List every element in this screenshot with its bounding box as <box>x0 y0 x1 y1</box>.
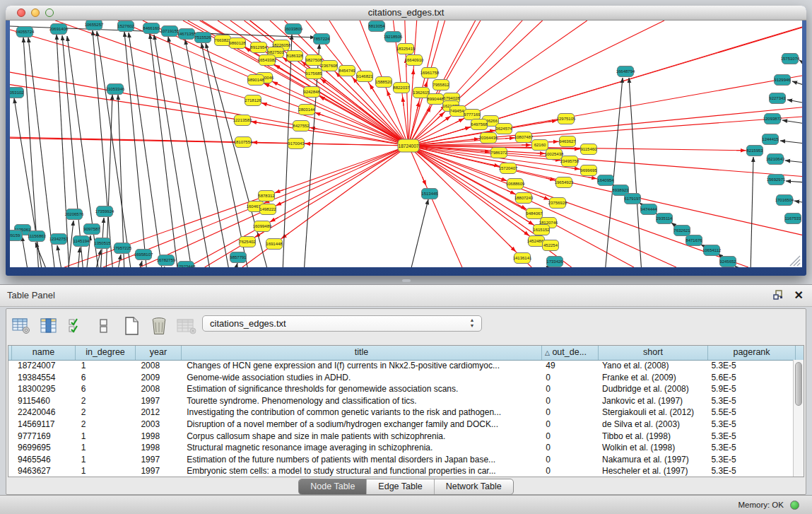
tab-edge-table[interactable]: Edge Table <box>367 479 434 494</box>
import-table-icon[interactable] <box>176 315 197 337</box>
svg-text:18807243: 18807243 <box>514 196 534 200</box>
column-header-pagerank[interactable]: pagerank <box>708 346 796 360</box>
table-header-row[interactable]: namein_degreeyeartitle△ out_de...shortpa… <box>8 346 804 361</box>
cell-title: Structural magnetic resonance image aver… <box>181 442 540 454</box>
svg-text:9484067: 9484067 <box>526 211 543 216</box>
svg-text:12213583: 12213583 <box>233 118 252 122</box>
minimize-window-icon[interactable] <box>31 8 40 17</box>
svg-text:7632621: 7632621 <box>673 228 690 233</box>
svg-text:8466160: 8466160 <box>143 26 160 30</box>
close-panel-icon[interactable]: ✕ <box>794 288 804 303</box>
cell-out_degree: 0 <box>540 419 596 431</box>
svg-text:9227343: 9227343 <box>769 96 786 100</box>
svg-text:7857224: 7857224 <box>313 37 330 41</box>
column-header-short[interactable]: short <box>599 346 708 360</box>
citation-edge <box>235 263 237 267</box>
svg-text:8912954: 8912954 <box>250 45 267 49</box>
svg-text:17957225: 17957225 <box>113 246 132 250</box>
svg-text:62160: 62160 <box>534 143 546 147</box>
svg-text:1527602: 1527602 <box>117 24 134 28</box>
delete-table-icon[interactable] <box>148 315 170 337</box>
svg-text:6794028: 6794028 <box>443 96 460 100</box>
cell-title: Disruption of a novel member of a sodium… <box>181 419 540 431</box>
svg-text:9146821: 9146821 <box>356 74 373 78</box>
cell-out_degree: 0 <box>540 465 596 477</box>
table-options-icon[interactable] <box>11 315 32 337</box>
svg-text:10655257: 10655257 <box>85 23 104 27</box>
svg-text:16648794: 16648794 <box>616 69 635 74</box>
window-titlebar[interactable]: citations_edges.txt <box>6 6 806 21</box>
cell-pagerank: 5.3E-5 <box>705 454 793 466</box>
citation-edge <box>799 60 802 64</box>
svg-text:16099489: 16099489 <box>253 224 272 228</box>
column-header-title[interactable]: title <box>182 346 542 360</box>
zoom-window-icon[interactable] <box>45 8 54 17</box>
cell-name: 18724007 <box>12 360 76 372</box>
table-selector-dropdown[interactable]: citations_edges.txt ▲▼ <box>202 315 482 332</box>
cell-short: Wolkin et al. (1998) <box>596 442 705 454</box>
cell-out_degree: 0 <box>540 383 596 395</box>
table-row[interactable]: 1456911722003Disruption of a novel membe… <box>8 419 793 431</box>
scrollbar-thumb[interactable] <box>795 362 802 406</box>
table-mode-tabs: Node TableEdge TableNetwork Table <box>298 479 513 495</box>
svg-text:16210643: 16210643 <box>766 157 785 161</box>
citation-edge <box>10 85 408 146</box>
table-panel-header: Table Panel ✕ <box>0 284 812 307</box>
table-row[interactable]: 2242004622012Investigating the contribut… <box>8 407 793 419</box>
svg-text:452254: 452254 <box>543 243 558 247</box>
tab-network-table[interactable]: Network Table <box>435 479 513 494</box>
svg-text:20364436: 20364436 <box>479 136 498 140</box>
cell-year: 1997 <box>135 454 181 466</box>
citation-edge <box>124 32 147 267</box>
table-row[interactable]: 1938455462009Genome-wide association stu… <box>8 372 793 384</box>
table-row[interactable]: 946554611997Estimation of the future num… <box>8 454 793 466</box>
vertical-scrollbar[interactable] <box>793 360 804 477</box>
close-window-icon[interactable] <box>17 8 25 17</box>
table-row[interactable]: 946362711997Embryonic stem cells: a mode… <box>8 465 793 477</box>
table-row[interactable]: 1872400712008Changes of HCN gene express… <box>8 360 793 372</box>
tab-node-table[interactable]: Node Table <box>299 479 367 494</box>
citation-edge <box>408 146 802 235</box>
cell-title: Embryonic stem cells: a model to study s… <box>181 465 540 477</box>
svg-text:9170043: 9170043 <box>288 141 305 146</box>
table-row[interactable]: 911546021997Tourette syndrome. Phenomeno… <box>8 395 793 407</box>
network-canvas[interactable]: 2405572420691406106552571527602846616010… <box>10 21 802 267</box>
table-row[interactable]: 1830029562008Estimation of significance … <box>8 383 793 395</box>
column-header-name[interactable]: name <box>12 346 76 360</box>
cell-out_degree: 49 <box>540 360 596 372</box>
table-row[interactable]: 977716911998Corpus callosum shape and si… <box>8 431 793 443</box>
column-header-year[interactable]: year <box>136 346 182 360</box>
table-body[interactable]: 1872400712008Changes of HCN gene express… <box>8 360 793 477</box>
column-header-in_degree[interactable]: in_degree <box>76 346 136 360</box>
column-header-out_degree[interactable]: △ out_de... <box>542 346 599 360</box>
svg-text:3624574: 3624574 <box>495 127 512 131</box>
cell-short: Jankovic et al. (1997) <box>596 395 705 407</box>
citation-edge <box>35 243 48 267</box>
svg-text:23756928: 23756928 <box>548 201 567 205</box>
citation-edge <box>10 72 408 146</box>
citation-edge <box>97 31 131 267</box>
new-table-icon[interactable] <box>121 315 142 337</box>
cell-year: 2012 <box>135 407 181 419</box>
panel-splitter-handle[interactable] <box>402 279 411 282</box>
float-panel-icon[interactable] <box>773 290 784 300</box>
svg-text:9463627: 9463627 <box>559 139 576 144</box>
cell-in_degree: 1 <box>76 360 136 372</box>
node-table[interactable]: namein_degreeyeartitle△ out_de...shortpa… <box>8 345 804 477</box>
cell-in_degree: 1 <box>76 465 136 477</box>
row-height-icon[interactable] <box>93 315 114 337</box>
cell-short: Tibbo et al. (1998) <box>596 431 705 443</box>
cell-year: 1997 <box>135 465 181 477</box>
cell-short: Yano et al. (2008) <box>596 360 705 372</box>
dropdown-stepper-icon: ▲▼ <box>467 317 477 329</box>
cell-pagerank: 5.3E-5 <box>705 395 793 407</box>
sort-asc-icon: △ <box>545 349 550 356</box>
svg-text:2935114: 2935114 <box>657 216 673 221</box>
table-toolbar: f(x) <box>11 313 225 339</box>
select-columns-icon[interactable] <box>66 315 87 337</box>
cell-short: Nakamura et al. (1997) <box>596 454 705 466</box>
show-column-icon[interactable] <box>38 315 59 337</box>
resize-grip-icon[interactable] <box>790 256 800 266</box>
svg-text:9860128: 9860128 <box>229 41 246 45</box>
table-row[interactable]: 969969511998Structural magnetic resonanc… <box>8 442 793 454</box>
